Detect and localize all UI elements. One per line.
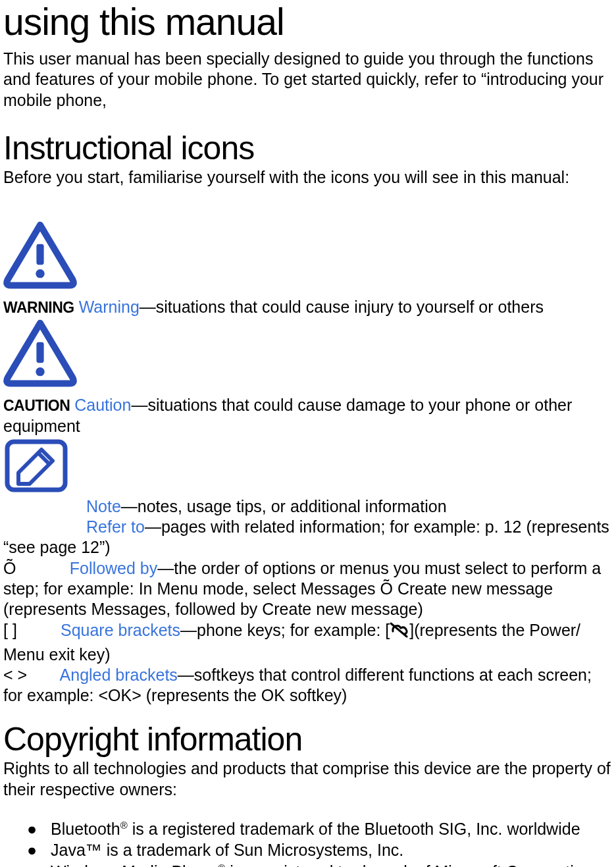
bullet-icon: ● (27, 839, 51, 861)
caution-icon (3, 319, 77, 395)
angled-row: < > Angled brackets—softkeys that contro… (3, 665, 613, 706)
list-item: ● Bluetooth® is a registered trademark o… (27, 818, 613, 840)
followed-symbol: Õ (3, 558, 56, 579)
angled-term: Angled brackets (60, 666, 178, 684)
note-term: Note (86, 497, 121, 515)
svg-rect-4 (7, 442, 65, 490)
wmp-post: is a registered trademark of Microsoft C… (225, 862, 596, 867)
warning-icon-block (3, 221, 613, 297)
warning-desc: —situations that could cause injury to y… (140, 298, 544, 316)
svg-rect-0 (36, 244, 43, 265)
bullet-icon: ● (27, 818, 51, 840)
refer-row: Refer to—pages with related information;… (3, 517, 613, 558)
square-desc-pre: —phone keys; for example: [ (180, 621, 390, 639)
power-key-icon (390, 619, 409, 644)
warning-icon (3, 221, 77, 297)
square-term: Square brackets (61, 621, 180, 639)
bluetooth-pre: Bluetooth (51, 820, 120, 838)
instructional-icons-subhead: Before you start, familiarise yourself w… (3, 167, 613, 188)
warning-img-text: WARNING (3, 298, 74, 317)
note-desc: —notes, usage tips, or additional inform… (121, 497, 447, 515)
svg-rect-2 (36, 342, 43, 363)
followed-term: Followed by (70, 559, 157, 577)
instructional-icons-heading: Instructional icons (3, 129, 613, 167)
wmp-pre: Windows Media Player (51, 862, 218, 867)
followed-row: Õ Followed by—the order of options or me… (3, 558, 613, 620)
square-symbol: [ ] (3, 620, 56, 641)
copyright-subhead: Rights to all technologies and products … (3, 758, 613, 800)
list-item: ● Windows Media Player® is a registered … (27, 861, 613, 867)
note-icon (3, 438, 69, 496)
svg-point-3 (36, 367, 44, 376)
svg-point-1 (36, 269, 44, 278)
angled-symbol: < > (3, 665, 56, 685)
caution-term: Caution (74, 396, 131, 414)
bluetooth-post: is a registered trademark of the Bluetoo… (128, 820, 580, 838)
note-row: Note—notes, usage tips, or additional in… (3, 496, 613, 517)
registered-symbol: ® (120, 819, 128, 830)
warning-term: Warning (79, 298, 140, 316)
copyright-list: ● Bluetooth® is a registered trademark o… (3, 818, 613, 867)
copyright-heading: Copyright information (3, 720, 613, 758)
caution-img-text: CAUTION (3, 396, 70, 415)
note-icon-block (3, 438, 613, 496)
intro-paragraph: This user manual has been specially desi… (3, 49, 613, 111)
page-title: using this manual (3, 0, 613, 43)
warning-row: WARNING Warning—situations that could ca… (3, 297, 613, 317)
list-item: ● Java™ is a trademark of Sun Microsyste… (27, 839, 613, 861)
registered-symbol: ® (218, 862, 225, 867)
bullet-icon: ● (27, 861, 51, 867)
caution-row: CAUTION Caution—situations that could ca… (3, 395, 613, 436)
java-text: Java™ is a trademark of Sun Microsystems… (51, 839, 403, 861)
caution-icon-block (3, 319, 613, 395)
refer-term: Refer to (86, 517, 145, 536)
square-row: [ ] Square brackets—phone keys; for exam… (3, 619, 613, 665)
